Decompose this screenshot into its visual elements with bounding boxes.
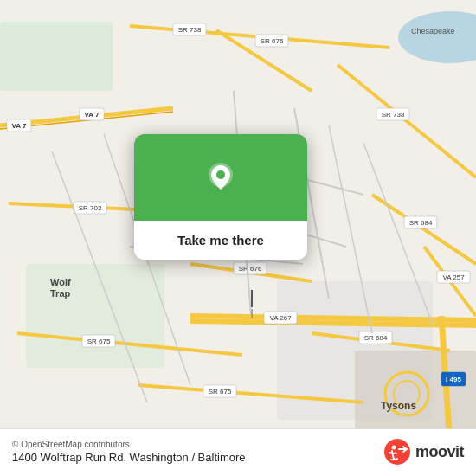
svg-text:Trap: Trap [50,288,71,299]
moovit-logo[interactable]: moovit [383,438,464,466]
svg-text:SR 738: SR 738 [382,111,405,119]
moovit-brand-icon [383,438,411,466]
svg-rect-2 [0,22,113,91]
svg-point-0 [398,11,476,63]
svg-text:SR 684: SR 684 [409,219,433,227]
popup-card: Take me there [134,134,307,260]
svg-point-69 [384,439,410,465]
svg-text:SR 684: SR 684 [364,334,388,342]
svg-text:SR 702: SR 702 [79,204,102,212]
address-text: 1400 Wolftrap Run Rd, Washington / Balti… [12,451,246,464]
svg-text:SR 676: SR 676 [239,265,262,273]
bottom-bar-info: © OpenStreetMap contributors 1400 Wolftr… [12,440,246,464]
popup-map-preview [134,134,307,221]
svg-text:SR 738: SR 738 [178,26,202,34]
svg-text:SR 676: SR 676 [261,37,284,45]
svg-text:Chesapeake: Chesapeake [411,27,455,35]
svg-text:Tysons: Tysons [381,400,416,412]
moovit-text: moovit [415,443,464,461]
take-me-there-button[interactable]: Take me there [134,221,307,260]
svg-text:VA 257: VA 257 [442,273,465,281]
svg-text:VA 7: VA 7 [85,111,100,119]
svg-text:VA 267: VA 267 [269,314,292,322]
map-container: Chesapeake VA 7 VA 7 SR 738 SR 676 [0,0,476,476]
svg-text:VA 7: VA 7 [12,122,27,130]
svg-point-68 [216,170,225,179]
svg-text:Wolf: Wolf [50,277,71,287]
bottom-bar: © OpenStreetMap contributors 1400 Wolftr… [0,428,476,476]
svg-text:SR 675: SR 675 [209,388,232,396]
svg-text:I 495: I 495 [446,376,461,383]
svg-rect-3 [26,264,164,368]
location-pin-icon [202,158,240,196]
copyright-text: © OpenStreetMap contributors [12,440,246,449]
svg-line-20 [338,65,476,177]
svg-text:|: | [251,308,254,318]
svg-point-70 [391,446,396,450]
svg-text:SR 675: SR 675 [87,338,111,345]
